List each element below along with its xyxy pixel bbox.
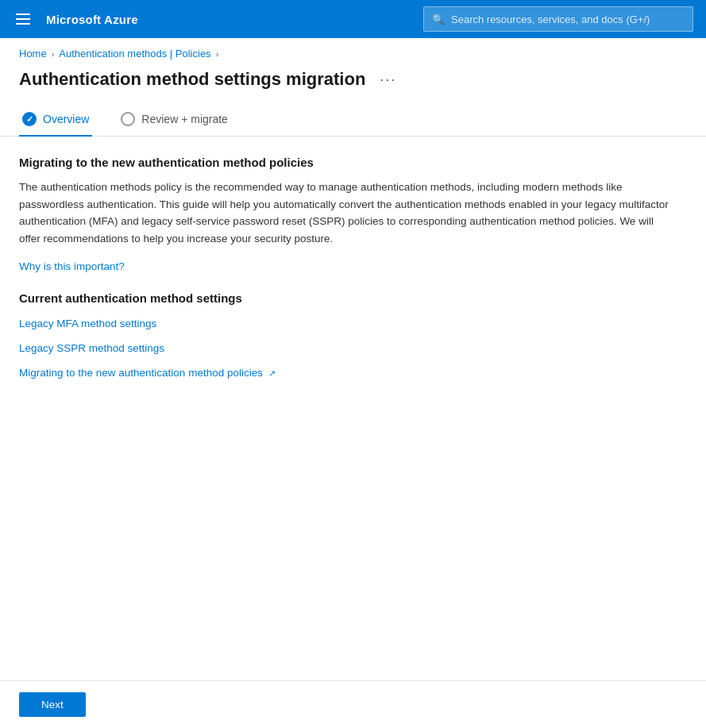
next-button[interactable]: Next: [19, 692, 86, 717]
migrating-new-link[interactable]: Migrating to the new authentication meth…: [19, 367, 687, 379]
page-title: Authentication method settings migration: [19, 69, 365, 90]
page-header: Authentication method settings migration…: [0, 66, 706, 102]
main-content: Migrating to the new authentication meth…: [0, 156, 706, 379]
tab-review-migrate-label: Review + migrate: [141, 113, 228, 125]
section2-title: Current authentication method settings: [19, 291, 687, 305]
why-important-link[interactable]: Why is this important?: [19, 260, 125, 272]
app-logo: Microsoft Azure: [46, 13, 411, 26]
breadcrumb-separator-1: ›: [52, 49, 55, 59]
breadcrumb-parent[interactable]: Authentication methods | Policies: [59, 48, 210, 60]
bottom-bar: Next: [0, 680, 706, 728]
breadcrumb-separator-2: ›: [216, 49, 219, 59]
section1-title: Migrating to the new authentication meth…: [19, 156, 687, 169]
external-link-icon: ↗: [268, 368, 276, 378]
migrating-new-link-text: Migrating to the new authentication meth…: [19, 367, 263, 379]
section1-description: The authentication methods policy is the…: [19, 179, 670, 247]
search-icon: 🔍: [432, 13, 445, 25]
legacy-mfa-link[interactable]: Legacy MFA method settings: [19, 318, 687, 329]
breadcrumb-home[interactable]: Home: [19, 48, 47, 60]
breadcrumb: Home › Authentication methods | Policies…: [0, 38, 706, 66]
tab-overview[interactable]: ✓ Overview: [19, 102, 92, 136]
links-list: Legacy MFA method settings Legacy SSPR m…: [19, 318, 687, 379]
tab-overview-indicator: ✓: [22, 112, 37, 126]
tab-review-migrate-indicator: [121, 112, 135, 126]
legacy-sspr-link[interactable]: Legacy SSPR method settings: [19, 342, 687, 354]
top-nav: Microsoft Azure 🔍 Search resources, serv…: [0, 0, 706, 38]
search-bar[interactable]: 🔍 Search resources, services, and docs (…: [423, 6, 693, 32]
tab-overview-label: Overview: [43, 113, 89, 125]
search-placeholder: Search resources, services, and docs (G+…: [451, 13, 650, 25]
tabs-container: ✓ Overview Review + migrate: [0, 102, 706, 137]
hamburger-menu[interactable]: [13, 10, 33, 28]
more-options-button[interactable]: ···: [375, 70, 401, 90]
tab-review-migrate[interactable]: Review + migrate: [118, 102, 231, 136]
